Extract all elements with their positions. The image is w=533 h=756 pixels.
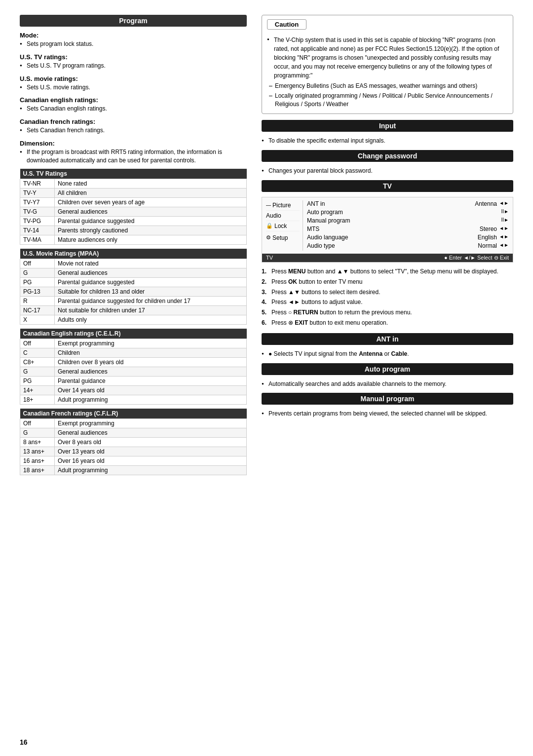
mode-bullet: Sets program lock status. — [20, 40, 247, 48]
menu-item-name: Audio language — [307, 234, 462, 241]
table-row: OffExempt programming — [20, 418, 247, 428]
lock-label: Lock — [274, 223, 287, 229]
picture-label: Picture — [272, 202, 291, 209]
table-row: PG-13Suitable for children 13 and older — [20, 287, 247, 296]
ant-in-bullet: ● Selects TV input signal from the Anten… — [262, 350, 513, 358]
table-row: RParental guidance suggested for childre… — [20, 296, 247, 305]
list-item: MTS Stereo ◄► — [307, 226, 509, 232]
input-bullet: To disable the specific external input s… — [262, 137, 513, 145]
caution-dash-item: –Emergency Bulletins (Such as EAS messag… — [267, 82, 508, 90]
table-row: 18 ans+Adult programming — [20, 465, 247, 475]
menu-item-name: Audio type — [307, 242, 462, 249]
change-password-bullet: Changes your parental block password. — [262, 167, 513, 175]
dimension-title: Dimension: — [20, 140, 247, 147]
setup-icon: ⚙ — [266, 234, 271, 241]
setup-label: Setup — [272, 234, 288, 241]
table-row: OffExempt programming — [20, 339, 247, 348]
tv-header: TV — [262, 180, 513, 192]
caution-box: Caution The V-Chip system that is used i… — [262, 15, 513, 114]
table-row: OffMovie not rated — [20, 259, 247, 268]
us-movie-table-header: U.S. Movie Ratings (MPAA) — [20, 249, 247, 259]
us-tv-title: U.S. TV ratings: — [20, 53, 247, 61]
canadian-english-bullet: Sets Canadian english ratings. — [20, 105, 247, 113]
canadian-english-table-header: Canadian English ratings (C.E.L.R) — [20, 329, 247, 339]
table-row: TV-GGeneral audiences — [20, 207, 247, 216]
table-row: TV-Y7Children over seven years of age — [20, 197, 247, 207]
us-movie-title: U.S. movie ratings: — [20, 75, 247, 82]
menu-item-name: MTS — [307, 226, 462, 232]
us-tv-table-header: U.S. TV Ratings — [20, 169, 247, 179]
list-item: 4.Press ◄► buttons to adjust value. — [262, 298, 513, 306]
left-column: Program Mode: Sets program lock status. … — [20, 15, 247, 479]
table-row: GGeneral audiences — [20, 268, 247, 277]
table-row: GGeneral audiences — [20, 367, 247, 376]
tv-menu-footer-left: TV — [266, 255, 273, 261]
table-row: XAdults only — [20, 315, 247, 324]
canadian-english-title: Canadian english ratings: — [20, 96, 247, 104]
list-item: 3.Press ▲▼ buttons to select item desire… — [262, 288, 513, 297]
manual-program-header: Manual program — [262, 393, 513, 405]
list-item: 1.Press MENU button and ▲▼ buttons to se… — [262, 267, 513, 276]
canadian-french-bullet: Sets Canadian french ratings. — [20, 126, 247, 135]
list-item: ANT in Antenna ◄► — [307, 200, 509, 207]
table-row: TV-PGParental guidance suggested — [20, 216, 247, 226]
caution-dash-item: –Locally originated programming / News /… — [267, 92, 508, 109]
auto-program-bullet: Automatically searches and adds availabl… — [262, 380, 513, 388]
menu-item-value — [462, 209, 497, 216]
list-item: Audio type Normal ◄► — [307, 242, 509, 249]
table-row: PGParental guidance suggested — [20, 277, 247, 287]
menu-item-arrows: ◄► — [497, 226, 509, 232]
auto-program-header: Auto program — [262, 363, 513, 375]
list-item: 5.Press ○ RETURN button to return the pr… — [262, 308, 513, 317]
menu-item-name: ANT in — [307, 200, 462, 207]
tv-menu-footer-right: ● Enter ◄/► Select ⊖ Exit — [444, 255, 509, 261]
menu-item-arrows: II► — [497, 209, 509, 216]
table-row: C8+Children over 8 years old — [20, 357, 247, 367]
menu-item-name: Auto program — [307, 209, 462, 216]
table-row: 16 ans+Over 16 years old — [20, 456, 247, 465]
list-item: Manual program II► — [307, 217, 509, 224]
dimension-bullet: If the program is broadcast with RRT5 ra… — [20, 148, 247, 165]
canadian-french-table: Canadian French ratings (C.F.L.R) OffExe… — [20, 409, 247, 475]
page-container: Program Mode: Sets program lock status. … — [20, 15, 513, 479]
list-item: 2.Press OK button to enter TV menu — [262, 278, 513, 286]
table-row: GGeneral audiences — [20, 428, 247, 437]
table-row: TV-NRNone rated — [20, 179, 247, 188]
caution-header: Caution — [267, 19, 306, 30]
menu-item-name: Manual program — [307, 217, 462, 224]
menu-item-arrows: ◄► — [497, 234, 509, 241]
tv-menu-body: — Picture Audio 🔒 Lock ⚙ Setup — [262, 197, 513, 254]
right-column: Caution The V-Chip system that is used i… — [262, 15, 513, 479]
us-tv-bullet: Sets U.S. TV program ratings. — [20, 62, 247, 70]
tv-menu-box: — Picture Audio 🔒 Lock ⚙ Setup — [262, 197, 513, 263]
us-movie-ratings-table: U.S. Movie Ratings (MPAA) OffMovie not r… — [20, 249, 247, 325]
table-row: TV-YAll children — [20, 188, 247, 197]
mode-title: Mode: — [20, 32, 247, 39]
program-header: Program — [20, 15, 247, 27]
menu-item-value — [462, 217, 497, 224]
table-row: 13 ans+Over 13 years old — [20, 447, 247, 456]
page-number: 16 — [20, 738, 28, 746]
canadian-french-table-header: Canadian French ratings (C.F.L.R) — [20, 409, 247, 419]
table-row: 8 ans+Over 8 years old — [20, 437, 247, 447]
menu-item-value: Stereo — [462, 226, 497, 232]
list-item: Auto program II► — [307, 209, 509, 216]
lock-icon: 🔒 — [266, 223, 273, 229]
menu-item-value: English — [462, 234, 497, 241]
change-password-header: Change password — [262, 150, 513, 162]
table-row: 14+Over 14 years old — [20, 385, 247, 395]
menu-item-arrows: ◄► — [497, 200, 509, 207]
table-row: TV-14Parents strongly cautioned — [20, 226, 247, 235]
table-row: NC-17Not suitable for children under 17 — [20, 305, 247, 315]
menu-item-value: Antenna — [462, 200, 497, 207]
input-header: Input — [262, 120, 513, 132]
tv-menu-footer: TV ● Enter ◄/► Select ⊖ Exit — [262, 254, 513, 262]
manual-program-bullet: Prevents certain programs from being vie… — [262, 410, 513, 418]
canadian-english-table: Canadian English ratings (C.E.L.R) OffEx… — [20, 329, 247, 405]
us-tv-ratings-table: U.S. TV Ratings TV-NRNone ratedTV-YAll c… — [20, 169, 247, 245]
caution-paragraph: The V-Chip system that is used in this s… — [267, 36, 508, 80]
picture-icon: — — [266, 202, 271, 208]
list-item: Audio language English ◄► — [307, 234, 509, 241]
audio-label: Audio — [266, 212, 281, 219]
menu-item-value: Normal — [462, 242, 497, 249]
